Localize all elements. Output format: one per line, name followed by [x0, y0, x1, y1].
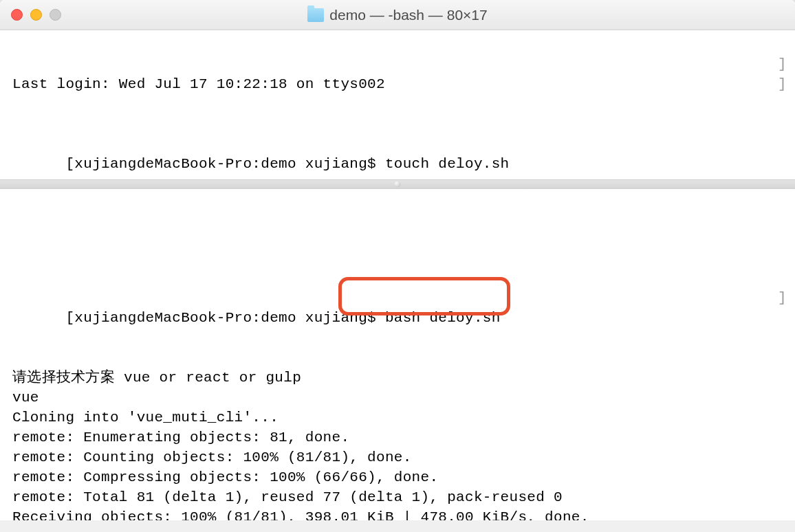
line-end-bracket: ] [778, 74, 787, 94]
terminal-line: Receiving objects: 100% (81/81), 398.01 … [12, 507, 788, 520]
terminal-text: [xujiangdeMacBook-Pro:demo xujiang$ touc… [65, 156, 509, 172]
close-icon[interactable] [11, 9, 23, 21]
terminal-line: vue [12, 388, 788, 408]
terminal-pane-bottom[interactable]: [xujiangdeMacBook-Pro:demo xujiang$ bash… [0, 189, 795, 520]
window-title: demo — -bash — 80×17 [329, 7, 487, 23]
terminal-line: remote: Enumerating objects: 81, done. [12, 428, 788, 447]
minimize-icon[interactable] [30, 9, 42, 21]
window-controls [11, 9, 61, 21]
pane-split-handle[interactable] [0, 179, 795, 189]
shell-prompt: [xujiangdeMacBook-Pro:demo xujiang$ [65, 310, 384, 326]
terminal-line: 请选择技术方案 vue or react or gulp [12, 368, 788, 388]
window-title-group: demo — -bash — 80×17 [0, 7, 795, 23]
maximize-icon[interactable] [50, 9, 61, 21]
terminal-line: Cloning into 'vue_muti_cli'... [12, 408, 788, 428]
terminal-line: remote: Counting objects: 100% (81/81), … [12, 447, 788, 467]
terminal-line: remote: Total 81 (delta 1), reused 77 (d… [12, 487, 788, 507]
terminal-line: [xujiangdeMacBook-Pro:demo xujiang$ touc… [12, 134, 788, 179]
terminal-pane-top[interactable]: Last login: Wed Jul 17 10:22:18 on ttys0… [0, 30, 795, 179]
line-end-bracket: ] [778, 54, 787, 74]
terminal-window: demo — -bash — 80×17 Last login: Wed Jul… [0, 0, 795, 532]
terminal-line: [xujiangdeMacBook-Pro:demo xujiang$ bash… [12, 288, 788, 368]
folder-icon [307, 8, 324, 22]
shell-command: bash deloy.sh [385, 310, 501, 326]
line-end-bracket: ] [778, 288, 787, 308]
window-titlebar[interactable]: demo — -bash — 80×17 [0, 0, 795, 30]
terminal-line: remote: Compressing objects: 100% (66/66… [12, 467, 788, 487]
window-footer [0, 520, 795, 532]
terminal-line: Last login: Wed Jul 17 10:22:18 on ttys0… [12, 74, 788, 94]
pane-blank-area [12, 193, 788, 288]
